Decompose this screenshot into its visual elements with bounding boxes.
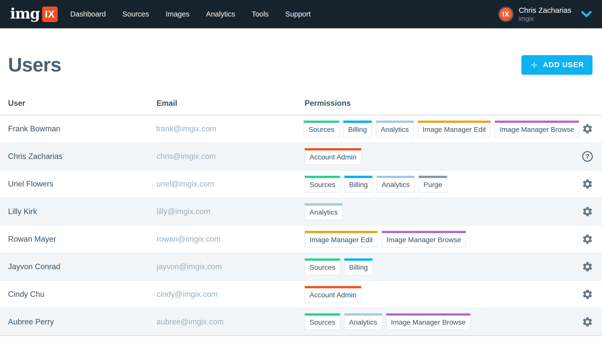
user-name: Chris Zacharias — [8, 152, 157, 161]
permission-badge: Image Manager Edit — [418, 121, 491, 137]
permission-badge: Analytics — [377, 176, 415, 193]
users-table: User Email Permissions Frank Bowmanfrank… — [0, 99, 602, 336]
plus-icon — [530, 61, 539, 69]
permission-badge: Image Manager Browse — [382, 231, 466, 248]
permission-badge: Image Manager Browse — [495, 121, 579, 137]
user-email: frank@imgix.com — [156, 124, 304, 133]
logo-ix-badge: IX — [42, 7, 58, 22]
column-header-permissions: Permissions — [305, 99, 579, 108]
user-name: Frank Bowman — [8, 124, 156, 133]
user-email: jayvon@imgix.com — [157, 262, 305, 271]
permission-badge: Account Admin — [305, 148, 361, 165]
row-actions — [579, 289, 593, 300]
row-actions — [579, 206, 593, 217]
permission-badge: Analytics — [376, 121, 414, 137]
gear-icon[interactable] — [582, 289, 593, 300]
account-text: Chris Zacharias imgix — [519, 6, 571, 23]
table-row: Jayvon Conradjayvon@imgix.comSourcesBill… — [0, 253, 602, 281]
gear-icon[interactable] — [582, 123, 593, 135]
table-row: Frank Bowmanfrank@imgix.comSourcesBillin… — [0, 115, 602, 143]
svg-text:?: ? — [585, 153, 589, 160]
table-row: Rowan Mayerrowan@imgix.comImage Manager … — [0, 226, 602, 253]
permission-badge: Billing — [344, 258, 373, 275]
table-row: Lilly Kirklilly@imgix.comAnalytics — [0, 198, 602, 226]
row-actions — [579, 316, 593, 328]
permission-badge: Purge — [418, 176, 447, 193]
table-body: Frank Bowmanfrank@imgix.comSourcesBillin… — [0, 115, 602, 336]
user-name: Aubree Perry — [8, 317, 157, 326]
user-permissions: Account Admin — [305, 148, 579, 165]
nav-item-dashboard[interactable]: Dashboard — [70, 10, 106, 18]
account-org: imgix — [519, 15, 571, 23]
permission-badge: Billing — [343, 121, 372, 137]
permission-badge: Account Admin — [305, 286, 361, 303]
user-permissions: SourcesBillingAnalyticsImage Manager Edi… — [304, 121, 579, 137]
row-actions: ? — [579, 151, 593, 162]
table-row: Cindy Chucindy@imgix.comAccount Admin — [0, 281, 602, 308]
logo-text: img — [10, 6, 40, 22]
table-row: Uriel Flowersuriel@imgix.comSourcesBilli… — [0, 170, 602, 198]
table-header: User Email Permissions — [0, 99, 602, 115]
user-email: rowan@imgix.com — [157, 235, 305, 244]
permission-badge: Analytics — [305, 203, 343, 220]
permission-badge: Sources — [304, 121, 339, 137]
add-user-button[interactable]: ADD USER — [521, 55, 592, 75]
column-header-email: Email — [157, 99, 305, 108]
gear-icon[interactable] — [582, 206, 593, 217]
users-page: Users ADD USER User Email Permissions Fr… — [0, 28, 602, 336]
user-email: lilly@imgix.com — [157, 207, 305, 216]
gear-icon[interactable] — [582, 178, 593, 190]
main-nav: DashboardSourcesImagesAnalyticsToolsSupp… — [70, 10, 311, 18]
permission-badge: Sources — [305, 258, 340, 275]
question-circle-icon[interactable]: ? — [582, 151, 593, 162]
user-permissions: SourcesAnalyticsImage Manager Browse — [305, 313, 579, 330]
account-name: Chris Zacharias — [519, 6, 571, 15]
top-nav: img IX DashboardSourcesImagesAnalyticsTo… — [0, 0, 602, 28]
user-name: Jayvon Conrad — [8, 262, 157, 271]
table-row: Aubree Perryaubree@imgix.comSourcesAnaly… — [0, 308, 602, 336]
gear-icon[interactable] — [582, 316, 593, 328]
page-head: Users ADD USER — [0, 28, 602, 76]
nav-item-analytics[interactable]: Analytics — [206, 10, 235, 18]
avatar: IX — [498, 7, 514, 22]
nav-item-tools[interactable]: Tools — [252, 10, 269, 18]
nav-item-support[interactable]: Support — [285, 10, 311, 18]
imgix-logo[interactable]: img IX — [10, 6, 58, 22]
user-email: aubree@imgix.com — [157, 317, 305, 326]
page-title: Users — [8, 53, 61, 76]
permission-badge: Image Manager Edit — [305, 231, 378, 248]
column-header-actions — [579, 99, 593, 108]
table-row: Chris Zachariaschris@imgix.comAccount Ad… — [0, 143, 602, 170]
user-name: Cindy Chu — [8, 290, 157, 299]
row-actions — [579, 261, 593, 272]
nav-item-images[interactable]: Images — [166, 10, 189, 18]
user-name: Rowan Mayer — [8, 235, 157, 244]
column-header-user: User — [8, 99, 157, 108]
user-name: Uriel Flowers — [8, 179, 157, 189]
gear-icon[interactable] — [582, 233, 593, 245]
user-email: cindy@imgix.com — [157, 290, 305, 299]
user-name: Lilly Kirk — [8, 207, 157, 216]
add-user-label: ADD USER — [543, 61, 584, 69]
user-permissions: SourcesBilling — [305, 258, 579, 275]
permission-badge: Analytics — [344, 313, 382, 330]
user-email: uriel@imgix.com — [157, 179, 305, 189]
row-actions — [579, 178, 593, 190]
user-email: chris@imgix.com — [157, 152, 305, 161]
permission-badge: Billing — [344, 176, 373, 193]
user-permissions: Account Admin — [305, 286, 579, 303]
permission-badge: Sources — [305, 176, 340, 193]
user-permissions: SourcesBillingAnalyticsPurge — [305, 176, 579, 193]
permission-badge: Image Manager Browse — [386, 313, 471, 330]
chevron-down-icon[interactable] — [581, 11, 592, 18]
nav-item-sources[interactable]: Sources — [122, 10, 149, 18]
row-actions — [579, 123, 593, 135]
user-permissions: Analytics — [305, 203, 579, 220]
user-permissions: Image Manager EditImage Manager Browse — [305, 231, 579, 248]
row-actions — [579, 233, 593, 245]
permission-badge: Sources — [305, 313, 340, 330]
gear-icon[interactable] — [582, 261, 593, 272]
account-menu[interactable]: IX Chris Zacharias imgix — [498, 6, 592, 23]
